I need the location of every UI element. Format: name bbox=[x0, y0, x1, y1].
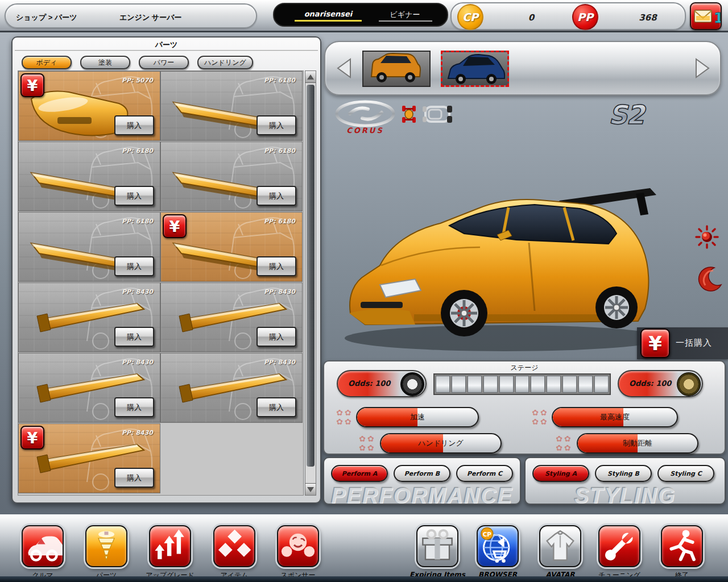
part-item[interactable]: PP: 8430購入 bbox=[160, 282, 303, 352]
part-price: PP: 6180 bbox=[122, 218, 153, 225]
toolbar-browser-button[interactable]: CPBROWSER bbox=[477, 525, 519, 567]
panel-divider bbox=[15, 50, 318, 51]
paw-rating-icons: ✿✿✿✿ bbox=[357, 434, 378, 454]
part-price: PP: 8430 bbox=[264, 359, 295, 366]
toolbar-sponsor-button[interactable]: スポンサー bbox=[277, 525, 319, 567]
stage-segment[interactable] bbox=[452, 376, 466, 393]
bulk-buy-yen-button[interactable]: ¥ bbox=[640, 329, 670, 358]
stat-label: 制動距離 bbox=[578, 434, 697, 452]
chassis-view-icon[interactable] bbox=[400, 105, 418, 124]
gift-icon bbox=[417, 526, 457, 566]
rear-wheel bbox=[595, 286, 638, 329]
stat-bar-3[interactable]: ハンドリング bbox=[380, 433, 502, 454]
buy-button[interactable]: 購入 bbox=[114, 256, 154, 276]
mail-button[interactable]: 1 bbox=[690, 2, 722, 30]
toolbar-car-button[interactable]: クルマ bbox=[22, 525, 64, 567]
pp-value: 368 bbox=[634, 13, 662, 23]
part-item[interactable]: PP: 6180購入 bbox=[160, 142, 303, 211]
part-item[interactable]: PP: 8430購入 bbox=[18, 353, 160, 423]
tab-ボディ[interactable]: ボディ bbox=[22, 56, 72, 69]
toolbar-upgrade-button[interactable]: アップグレード bbox=[149, 525, 191, 567]
tab-塗装[interactable]: 塗装 bbox=[80, 56, 130, 69]
stage-segment[interactable] bbox=[547, 376, 561, 393]
top-bar: ショップ > パーツ エンジン サーバー onarisensei ビギナー CP… bbox=[0, 0, 728, 32]
part-price: PP: 6180 bbox=[264, 77, 295, 84]
owned-yen-icon: ¥ bbox=[20, 73, 44, 97]
stat-bar-4[interactable]: 制動距離 bbox=[577, 433, 698, 454]
parts-scrollbar[interactable] bbox=[305, 70, 316, 496]
stage-segment[interactable] bbox=[436, 376, 450, 393]
buy-button[interactable]: 購入 bbox=[114, 468, 154, 488]
stat-label: 加速 bbox=[357, 408, 478, 426]
stat-bar-2[interactable]: 最高速度 bbox=[552, 407, 678, 427]
stage-segment[interactable] bbox=[483, 376, 498, 393]
perform-c-button[interactable]: Perform C bbox=[456, 465, 513, 482]
stage-segment[interactable] bbox=[468, 376, 482, 393]
stage-segment[interactable] bbox=[515, 376, 530, 393]
carousel-right-arrow[interactable] bbox=[694, 58, 711, 78]
day-mode-sun-icon[interactable] bbox=[695, 225, 719, 249]
tab-ハンドリング[interactable]: ハンドリング bbox=[197, 56, 253, 69]
night-mode-moon-icon[interactable] bbox=[697, 266, 722, 292]
buy-button[interactable]: 購入 bbox=[114, 186, 154, 206]
part-item[interactable]: PP: 6180購入 bbox=[18, 212, 160, 282]
scroll-down-button[interactable] bbox=[305, 483, 316, 495]
xp-progress-bar bbox=[295, 20, 362, 22]
toolbar-avatar-button[interactable]: AVATAR bbox=[539, 525, 581, 567]
stat-label: 最高速度 bbox=[553, 408, 677, 426]
part-price: PP: 6180 bbox=[122, 147, 153, 155]
buy-button[interactable]: 購入 bbox=[114, 397, 154, 417]
part-item[interactable]: PP: 6180¥購入 bbox=[160, 212, 303, 282]
toolbar-exit-button[interactable]: 終了 bbox=[661, 525, 703, 567]
part-item[interactable]: PP: 8430購入 bbox=[18, 282, 160, 352]
toolbar-item-button[interactable]: アイテム bbox=[213, 525, 255, 567]
odds-left-gauge: Odds: 100 bbox=[337, 370, 427, 397]
scrollbar-thumb[interactable] bbox=[307, 85, 315, 467]
stat-label: ハンドリング bbox=[381, 434, 500, 452]
orange-suv-image bbox=[363, 52, 427, 85]
stage-segment[interactable] bbox=[594, 376, 609, 393]
stage-panel: ステージ Odds: 100 Odds: 100 ✿✿✿✿加速✿✿✿✿最高速度✿… bbox=[323, 360, 726, 455]
buy-button[interactable]: 購入 bbox=[257, 256, 296, 276]
breadcrumb[interactable]: ショップ > パーツ bbox=[16, 13, 77, 23]
tab-パワー[interactable]: パワー bbox=[139, 56, 189, 69]
buy-button[interactable]: 購入 bbox=[257, 327, 296, 347]
car-body-view-icon[interactable] bbox=[421, 105, 454, 124]
scroll-up-button[interactable] bbox=[305, 71, 316, 83]
model-badge-text: S2 bbox=[609, 99, 646, 130]
part-item[interactable]: PP: 8430¥購入 bbox=[18, 423, 160, 493]
buy-button[interactable]: 購入 bbox=[257, 115, 296, 135]
toolbar-gift-button[interactable]: Expiring Items bbox=[416, 525, 458, 567]
buy-button[interactable]: 購入 bbox=[257, 186, 296, 206]
parts-grid: PP: 5070¥購入PP: 6180購入PP: 6180購入PP: 6180購… bbox=[18, 70, 304, 496]
toolbar-tuning-button[interactable]: チューニング bbox=[598, 525, 640, 567]
toolbar-parts-button[interactable]: パーツ bbox=[85, 525, 127, 567]
styling-a-button[interactable]: Styling A bbox=[532, 465, 589, 482]
stage-segment[interactable] bbox=[531, 376, 545, 393]
part-item[interactable]: PP: 8430購入 bbox=[160, 353, 303, 423]
stage-segment[interactable] bbox=[562, 376, 577, 393]
parts-panel: パーツ ボディ塗装パワーハンドリング PP: 5070¥購入PP: 6180購入… bbox=[11, 36, 321, 504]
part-item[interactable]: PP: 6180購入 bbox=[160, 71, 303, 141]
stage-segment[interactable] bbox=[499, 376, 514, 393]
buy-button[interactable]: 購入 bbox=[257, 397, 296, 417]
stage-segment[interactable] bbox=[578, 376, 593, 393]
buy-button[interactable]: 購入 bbox=[114, 115, 154, 135]
part-item[interactable]: PP: 6180購入 bbox=[18, 142, 160, 211]
styling-b-button[interactable]: Styling B bbox=[595, 465, 652, 482]
perform-a-button[interactable]: Perform A bbox=[331, 465, 388, 482]
part-price: PP: 5070 bbox=[122, 77, 153, 84]
paw-rating-icons: ✿✿✿✿ bbox=[334, 408, 355, 427]
bulk-buy-label[interactable]: 一括購入 bbox=[676, 338, 712, 348]
styling-c-button[interactable]: Styling C bbox=[657, 465, 714, 482]
part-item[interactable]: PP: 5070¥購入 bbox=[18, 71, 160, 141]
carousel-left-arrow[interactable] bbox=[336, 58, 353, 78]
buy-button[interactable]: 購入 bbox=[114, 327, 154, 347]
perform-b-button[interactable]: Perform B bbox=[394, 465, 450, 482]
carousel-thumb-blue-hatch[interactable] bbox=[441, 51, 509, 87]
svg-text:CP: CP bbox=[483, 531, 492, 538]
styling-watermark: STYLING bbox=[526, 484, 725, 505]
carousel-thumb-orange-suv[interactable] bbox=[362, 51, 431, 87]
stat-bar-1[interactable]: 加速 bbox=[356, 407, 479, 427]
server-name: エンジン サーバー bbox=[119, 13, 181, 23]
